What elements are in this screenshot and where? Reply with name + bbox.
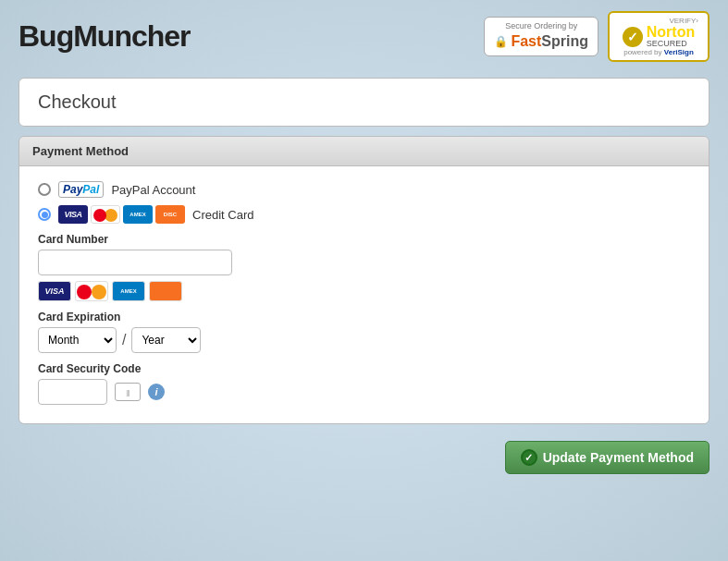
amex-logo: AMEX [123, 205, 153, 224]
card-logos: VISA AMEX DISC [58, 205, 185, 224]
payment-section: Payment Method PayPal PayPal Account VIS… [19, 136, 709, 424]
trust-badges: Secure Ordering by 🔒 FastSpring VERIFY› … [484, 11, 709, 62]
checkout-panel: Checkout [19, 78, 709, 127]
cvv-card-icon [115, 383, 141, 401]
norton-badge: VERIFY› ✓ Norton SECURED powered by Veri… [608, 11, 709, 62]
security-row: i [38, 379, 690, 405]
security-code-input[interactable] [38, 379, 107, 405]
card-icon-amex: AMEX [112, 281, 145, 301]
card-icons-row: VISA AMEX [38, 281, 690, 301]
mastercard-logo [91, 205, 120, 224]
check-icon: ✓ [521, 449, 537, 466]
credit-card-radio[interactable] [38, 208, 51, 221]
expiration-label: Card Expiration [38, 311, 690, 323]
info-icon[interactable]: i [148, 384, 165, 400]
card-number-input[interactable] [38, 250, 232, 275]
norton-middle: ✓ Norton SECURED [623, 25, 695, 48]
fastspring-brand: FastSpring [511, 32, 588, 52]
security-code-label: Card Security Code [38, 362, 690, 375]
expiration-row: Month 010203 040506 070809 101112 / Year… [38, 327, 690, 353]
footer: ✓ Update Payment Method [0, 433, 728, 482]
lock-icon: 🔒 [494, 35, 508, 50]
header: BugMuncher Secure Ordering by 🔒 FastSpri… [0, 0, 728, 73]
norton-checkmark-icon: ✓ [623, 27, 643, 47]
norton-powered: powered by VeriSign [623, 48, 694, 56]
norton-secured: SECURED [647, 40, 695, 48]
secure-label: Secure Ordering by [505, 21, 577, 32]
month-select[interactable]: Month 010203 040506 070809 101112 [38, 327, 117, 353]
paypal-logo: PayPal [58, 181, 104, 198]
paypal-label: PayPal Account [111, 183, 195, 197]
update-payment-button[interactable]: ✓ Update Payment Method [505, 441, 709, 474]
card-number-label: Card Number [38, 233, 690, 246]
year-select[interactable]: Year 202420252026 202720282029 2030 [131, 327, 201, 353]
app-logo: BugMuncher [19, 19, 191, 54]
card-icon-visa: VISA [38, 281, 71, 301]
update-button-label: Update Payment Method [543, 450, 694, 465]
card-icon-discover [149, 281, 182, 301]
visa-logo: VISA [58, 205, 88, 224]
checkout-title: Checkout [38, 91, 690, 113]
slash-divider: / [122, 332, 126, 348]
credit-card-label: Credit Card [192, 208, 253, 222]
card-icon-mastercard [75, 281, 108, 301]
fastspring-badge: Secure Ordering by 🔒 FastSpring [484, 17, 598, 55]
payment-section-header: Payment Method [19, 137, 709, 166]
paypal-option[interactable]: PayPal PayPal Account [38, 181, 690, 198]
paypal-radio[interactable] [38, 183, 51, 196]
verisign-label: VeriSign [664, 48, 694, 56]
discover-logo: DISC [155, 205, 185, 224]
payment-section-body: PayPal PayPal Account VISA AMEX DISC Cre… [19, 166, 709, 423]
norton-name: Norton [647, 25, 695, 40]
fastspring-row: 🔒 FastSpring [494, 32, 588, 52]
payment-section-title: Payment Method [32, 144, 129, 158]
norton-text: Norton SECURED [647, 25, 695, 48]
credit-card-option[interactable]: VISA AMEX DISC Credit Card [38, 205, 690, 224]
